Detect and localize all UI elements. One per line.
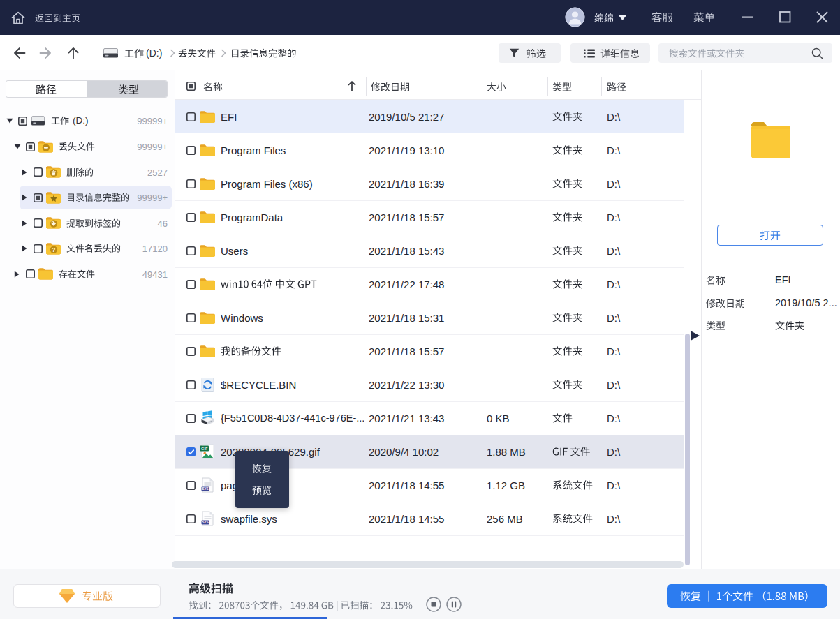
svg-text:SYS: SYS	[202, 521, 208, 524]
svg-text:?: ?	[52, 246, 55, 253]
svg-text:SYS: SYS	[202, 487, 208, 491]
svg-text:GIF: GIF	[201, 447, 208, 451]
